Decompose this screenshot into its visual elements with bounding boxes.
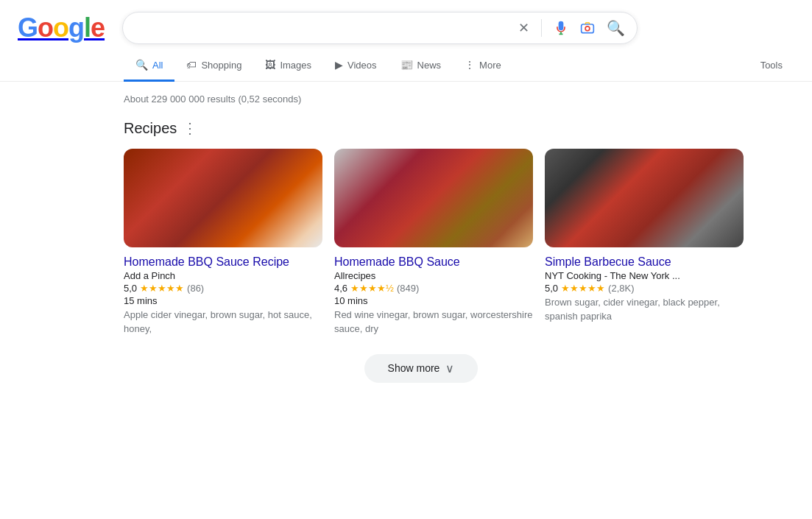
voice-search-button[interactable] <box>551 18 571 38</box>
tab-tools-label: Tools <box>760 60 783 71</box>
news-icon: 📰 <box>400 59 413 71</box>
recipe-cards: Homemade BBQ Sauce Recipe Add a Pinch 5,… <box>124 149 719 336</box>
recipes-more-dots[interactable]: ⋮ <box>183 119 197 137</box>
mic-icon <box>554 21 568 35</box>
tab-videos[interactable]: ▶ Videos <box>323 50 389 82</box>
search-submit-button[interactable]: 🔍 <box>604 16 628 40</box>
shopping-icon: 🏷 <box>186 59 197 71</box>
search-icons: ✕ 🔍 <box>515 16 628 40</box>
recipe-rating-1: 5,0 ★★★★★ (86) <box>124 283 322 294</box>
vertical-divider <box>541 19 542 37</box>
recipe-ingredients-1: Apple cider vinegar, brown sugar, hot sa… <box>124 308 322 336</box>
recipes-header: Recipes ⋮ <box>124 119 719 137</box>
tab-all[interactable]: 🔍 All <box>124 50 174 82</box>
recipe-title-1[interactable]: Homemade BBQ Sauce Recipe <box>124 255 289 268</box>
tab-images-label: Images <box>280 60 311 71</box>
rating-num-3: 5,0 <box>545 283 558 294</box>
stars-1: ★★★★★ <box>140 283 184 294</box>
search-nav-icon: 🔍 <box>135 59 148 71</box>
show-more-section: Show more ∨ <box>124 354 719 398</box>
recipe-title-2[interactable]: Homemade BBQ Sauce <box>334 255 460 268</box>
recipe-source-1: Add a Pinch <box>124 270 322 281</box>
stars-2: ★★★★½ <box>350 283 394 294</box>
search-bar: bbq sauce ✕ 🔍 <box>122 12 638 44</box>
rating-num-1: 5,0 <box>124 283 137 294</box>
recipe-card-2[interactable]: Homemade BBQ Sauce Allrecipes 4,6 ★★★★½ … <box>334 149 533 336</box>
show-more-button[interactable]: Show more ∨ <box>364 354 479 383</box>
tab-all-label: All <box>152 60 163 71</box>
recipe-image-1 <box>124 149 322 247</box>
recipe-title-3[interactable]: Simple Barbecue Sauce <box>545 255 671 268</box>
rating-num-2: 4,6 <box>334 283 347 294</box>
svg-point-1 <box>585 27 590 31</box>
recipe-thumbnail-1 <box>124 149 322 247</box>
tab-more-label: More <box>479 60 501 71</box>
tab-shopping[interactable]: 🏷 Shopping <box>174 50 253 82</box>
clear-button[interactable]: ✕ <box>515 17 532 39</box>
rating-count-1: (86) <box>187 283 204 294</box>
image-search-button[interactable] <box>577 18 598 38</box>
recipe-ingredients-3: Brown sugar, cider vinegar, black pepper… <box>545 295 744 324</box>
recipe-time-2: 10 mins <box>334 295 533 306</box>
svg-rect-0 <box>582 24 594 33</box>
tab-more[interactable]: ⋮ More <box>453 50 513 82</box>
header: Google bbq sauce ✕ <box>0 0 812 44</box>
tab-images[interactable]: 🖼 Images <box>253 50 323 82</box>
recipe-rating-3: 5,0 ★★★★★ (2,8K) <box>545 283 744 294</box>
camera-icon <box>580 21 595 35</box>
recipe-card-1[interactable]: Homemade BBQ Sauce Recipe Add a Pinch 5,… <box>124 149 322 336</box>
tab-shopping-label: Shopping <box>201 60 241 71</box>
recipe-rating-2: 4,6 ★★★★½ (849) <box>334 283 533 294</box>
recipes-title: Recipes <box>124 120 177 137</box>
show-more-label: Show more <box>388 362 440 374</box>
recipe-time-1: 15 mins <box>124 295 322 306</box>
rating-count-2: (849) <box>397 283 419 294</box>
results-area: About 229 000 000 results (0,52 seconds)… <box>0 82 736 409</box>
recipe-image-2 <box>334 149 533 247</box>
tab-tools[interactable]: Tools <box>749 51 794 82</box>
recipe-source-3: NYT Cooking - The New York ... <box>545 270 744 281</box>
recipe-card-3[interactable]: Simple Barbecue Sauce NYT Cooking - The … <box>545 149 744 336</box>
stars-3: ★★★★★ <box>561 283 605 294</box>
recipe-source-2: Allrecipes <box>334 270 533 281</box>
images-icon: 🖼 <box>265 59 275 71</box>
search-input[interactable]: bbq sauce <box>135 21 515 35</box>
chevron-down-icon: ∨ <box>445 361 454 375</box>
videos-icon: ▶ <box>335 59 343 71</box>
recipe-thumbnail-2 <box>334 149 533 247</box>
search-icon: 🔍 <box>607 19 625 37</box>
google-logo[interactable]: Google <box>18 13 110 43</box>
recipe-image-3 <box>545 149 744 247</box>
tab-news-label: News <box>417 60 442 71</box>
tab-news[interactable]: 📰 News <box>389 50 453 82</box>
tab-videos-label: Videos <box>347 60 377 71</box>
recipe-thumbnail-3 <box>545 149 744 247</box>
results-count: About 229 000 000 results (0,52 seconds) <box>124 93 719 105</box>
nav-tabs: 🔍 All 🏷 Shopping 🖼 Images ▶ Videos 📰 New… <box>0 44 812 82</box>
more-icon: ⋮ <box>465 59 475 71</box>
rating-count-3: (2,8K) <box>608 283 634 294</box>
clear-icon: ✕ <box>518 20 529 36</box>
recipe-ingredients-2: Red wine vinegar, brown sugar, worcester… <box>334 308 533 336</box>
